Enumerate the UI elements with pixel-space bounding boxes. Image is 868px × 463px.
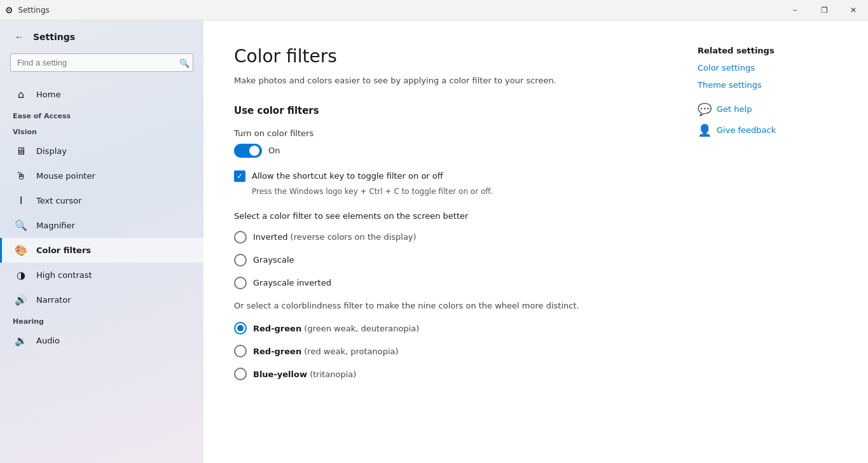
close-button[interactable]: ✕ <box>839 0 868 20</box>
related-settings-sidebar: Related settings Color settings Theme se… <box>698 46 837 438</box>
sidebar-item-color-filters[interactable]: 🎨 Color filters <box>0 238 203 263</box>
toggle-label: Turn on color filters <box>234 127 672 139</box>
radio-grayscale-label: Grayscale <box>253 255 294 265</box>
sidebar-magnifier-label: Magnifier <box>36 221 75 230</box>
sidebar-item-text-cursor[interactable]: I Text cursor <box>0 188 203 213</box>
high-contrast-icon: ◑ <box>15 269 27 281</box>
page-desc: Make photos and colors easier to see by … <box>234 74 672 87</box>
radio-blue-yellow-button[interactable] <box>234 368 247 380</box>
checkbox-label: Allow the shortcut key to toggle filter … <box>252 171 443 181</box>
titlebar-title: Settings <box>18 6 50 15</box>
titlebar-left: ⚙ Settings <box>5 5 50 15</box>
radio-grayscale[interactable]: Grayscale <box>234 254 672 266</box>
maximize-button[interactable]: ❐ <box>809 0 839 20</box>
sidebar-item-narrator[interactable]: 🔊 Narrator <box>0 287 203 312</box>
settings-icon: ⚙ <box>5 5 13 15</box>
colorblind-desc: Or select a colorblindness filter to mak… <box>234 300 672 312</box>
theme-settings-link[interactable]: Theme settings <box>698 80 837 90</box>
get-help-action[interactable]: 💬 Get help <box>698 102 837 116</box>
radio-red-green-strong-label: Red-green (red weak, protanopia) <box>253 347 399 356</box>
give-feedback-action[interactable]: 👤 Give feedback <box>698 123 837 137</box>
radio-blue-yellow-label: Blue-yellow (tritanopia) <box>253 370 356 379</box>
radio-red-green-weak-label: Red-green (green weak, deuteranopia) <box>253 324 419 333</box>
sidebar-hearing-label: Hearing <box>0 312 203 328</box>
radio-selected-dot <box>237 325 244 331</box>
magnifier-icon: 🔍 <box>15 219 27 232</box>
narrator-icon: 🔊 <box>15 294 27 306</box>
sidebar-display-label: Display <box>36 146 67 156</box>
sidebar-item-high-contrast[interactable]: ◑ High contrast <box>0 263 203 287</box>
titlebar: ⚙ Settings − ❐ ✕ <box>0 0 868 20</box>
sidebar-vision-label: Vision <box>0 123 203 139</box>
sidebar-item-home[interactable]: ⌂ Home <box>0 82 203 107</box>
get-help-link[interactable]: Get help <box>717 104 752 114</box>
content-main: Color filters Make photos and colors eas… <box>234 46 672 438</box>
sidebar: ← Settings 🔍 ⌂ Home Ease of Access Visio… <box>0 20 203 463</box>
toggle-row: On <box>234 144 672 158</box>
minimize-button[interactable]: − <box>780 0 809 20</box>
radio-inverted-button[interactable] <box>234 231 247 244</box>
text-cursor-icon: I <box>15 195 27 207</box>
display-icon: 🖥 <box>15 145 27 157</box>
sidebar-ease-label: Ease of Access <box>0 107 203 123</box>
sidebar-app-title: Settings <box>33 32 75 42</box>
give-feedback-link[interactable]: Give feedback <box>717 125 776 135</box>
page-title: Color filters <box>234 46 672 67</box>
sidebar-item-magnifier[interactable]: 🔍 Magnifier <box>0 213 203 238</box>
sidebar-audio-label: Audio <box>36 336 60 345</box>
filter-select-label: Select a color filter to see elements on… <box>234 211 672 221</box>
back-button[interactable]: ← <box>10 28 28 46</box>
radio-inverted-label: Inverted (reverse colors on the display) <box>253 232 417 242</box>
related-title: Related settings <box>698 46 837 55</box>
radio-red-green-weak[interactable]: Red-green (green weak, deuteranopia) <box>234 322 672 335</box>
content-area: Color filters Make photos and colors eas… <box>203 20 868 463</box>
sidebar-narrator-label: Narrator <box>36 295 71 305</box>
toggle-state-label: On <box>268 146 280 155</box>
radio-red-green-strong[interactable]: Red-green (red weak, protanopia) <box>234 345 672 357</box>
sidebar-top: ← Settings <box>0 20 203 53</box>
app-body: ← Settings 🔍 ⌂ Home Ease of Access Visio… <box>0 20 868 463</box>
search-input[interactable] <box>10 53 193 72</box>
sidebar-item-home-label: Home <box>36 90 60 99</box>
get-help-icon: 💬 <box>698 102 712 116</box>
radio-grayscale-inverted-button[interactable] <box>234 277 247 289</box>
search-icon[interactable]: 🔍 <box>179 58 189 67</box>
sidebar-high-contrast-label: High contrast <box>36 270 92 280</box>
sidebar-color-filters-label: Color filters <box>36 245 91 255</box>
give-feedback-icon: 👤 <box>698 123 712 137</box>
section-title: Use color filters <box>234 105 672 116</box>
sidebar-mouse-pointer-label: Mouse pointer <box>36 171 95 181</box>
audio-icon: 🔉 <box>15 335 27 347</box>
radio-red-green-weak-button[interactable] <box>234 322 247 335</box>
color-filters-icon: 🎨 <box>15 244 27 256</box>
search-box: 🔍 <box>10 53 193 72</box>
radio-grayscale-button[interactable] <box>234 254 247 266</box>
toggle-knob <box>249 146 259 156</box>
actions-section: 💬 Get help 👤 Give feedback <box>698 102 837 137</box>
sidebar-item-display[interactable]: 🖥 Display <box>0 139 203 163</box>
radio-red-green-strong-button[interactable] <box>234 345 247 357</box>
checkbox-check-icon: ✓ <box>237 172 243 181</box>
home-icon: ⌂ <box>15 88 27 100</box>
color-filters-toggle[interactable] <box>234 144 262 158</box>
titlebar-controls: − ❐ ✕ <box>780 0 868 20</box>
radio-grayscale-inverted-label: Grayscale inverted <box>253 278 331 287</box>
sidebar-item-audio[interactable]: 🔉 Audio <box>0 328 203 353</box>
sidebar-text-cursor-label: Text cursor <box>36 196 81 205</box>
radio-blue-yellow[interactable]: Blue-yellow (tritanopia) <box>234 368 672 380</box>
color-settings-link[interactable]: Color settings <box>698 63 837 73</box>
mouse-pointer-icon: 🖱 <box>15 170 27 182</box>
radio-inverted[interactable]: Inverted (reverse colors on the display) <box>234 231 672 244</box>
shortcut-checkbox[interactable]: ✓ <box>234 170 245 182</box>
sidebar-item-mouse-pointer[interactable]: 🖱 Mouse pointer <box>0 163 203 188</box>
shortcut-hint: Press the Windows logo key + Ctrl + C to… <box>252 187 672 196</box>
radio-grayscale-inverted[interactable]: Grayscale inverted <box>234 277 672 289</box>
shortcut-checkbox-row: ✓ Allow the shortcut key to toggle filte… <box>234 170 672 182</box>
